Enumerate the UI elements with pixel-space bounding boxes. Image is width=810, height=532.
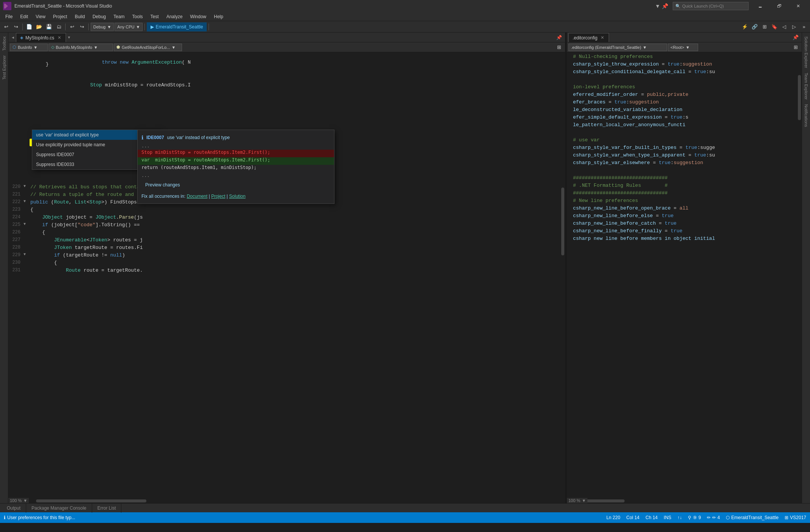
code-editor[interactable]: throw new ArgumentException( N } — [8, 52, 565, 503]
extra-btn5[interactable]: ◁ — [780, 22, 789, 31]
fix-solution-link[interactable]: Solution — [229, 194, 245, 199]
namespace-dropdown[interactable]: ⬡ BusInfo ▼ — [10, 44, 48, 51]
tab-close-button[interactable]: ✕ — [600, 35, 605, 41]
root-nav[interactable]: <Root> ▼ — [668, 44, 698, 51]
left-panel-strip: Toolbox Test Explorer — [0, 33, 8, 503]
save-btn[interactable]: 💾 — [44, 22, 53, 31]
fix-project-link[interactable]: Project — [211, 194, 225, 199]
method-label: GetRouteAndStopForLo... — [122, 45, 170, 50]
extra-btn4[interactable]: 🔖 — [770, 22, 779, 31]
vertical-scrollbar[interactable] — [560, 52, 565, 503]
right-horizontal-scrollbar[interactable] — [567, 499, 797, 503]
menu-view[interactable]: View — [32, 12, 49, 21]
right-vertical-scrollbar[interactable] — [797, 52, 802, 503]
diff-fix-all-row: Fix all occurrences in: Document | Proje… — [138, 191, 334, 200]
right-editor: .editorconfig ✕ 📌 .editorconfig (Emerald… — [567, 33, 802, 503]
rc-line-catch: csharp_new_line_before_catch = true — [571, 221, 794, 228]
preview-changes-link[interactable]: Preview changes — [141, 181, 330, 189]
debug-config-dropdown[interactable]: Debug ▼ — [91, 23, 114, 31]
extra-btn2[interactable]: 🔗 — [750, 22, 759, 31]
git-branch[interactable]: ⚲ ⑨ 9 — [688, 515, 701, 520]
run-button[interactable]: ▶ EmeraldTransit_Seattle — [147, 22, 207, 31]
zoom-level-right[interactable]: 100 % ▼ — [567, 498, 587, 503]
open-btn[interactable]: 📂 — [35, 22, 44, 31]
tuple-name-label: Use explicitly provided tuple name — [36, 142, 105, 147]
platform-dropdown[interactable]: Any CPU ▼ — [115, 23, 143, 31]
filter-icon[interactable]: ▼ — [655, 3, 660, 9]
menu-window[interactable]: Window — [186, 12, 210, 21]
horizontal-scrollbar[interactable] — [8, 499, 560, 503]
rc-line-5: eferred_modifier_order = public,private — [571, 92, 794, 99]
menu-debug[interactable]: Debug — [89, 12, 110, 21]
window-title: EmeraldTransit_Seattle - Microsoft Visua… — [14, 3, 655, 9]
tab-scroll-left[interactable]: ◀ — [10, 33, 16, 42]
status-text: User preferences for this file typ... — [7, 515, 75, 520]
redo-btn[interactable]: ↪ — [77, 22, 86, 31]
diff-header: ℹ IDE0007 use 'var' instead of explicit … — [138, 133, 334, 143]
extra-btn1[interactable]: ⚡ — [740, 22, 749, 31]
extra-btn3[interactable]: ⊞ — [760, 22, 769, 31]
pin-tab-btn-right[interactable]: 📌 — [791, 33, 800, 42]
menu-edit[interactable]: Edit — [16, 12, 32, 21]
pin-icon[interactable]: 📌 — [662, 3, 668, 9]
pin-tab-button[interactable]: 📌 — [554, 33, 564, 42]
class-icon: ◇ — [51, 45, 54, 50]
editorconfig-tab[interactable]: .editorconfig ✕ — [568, 33, 609, 42]
forward-btn[interactable]: ↪ — [11, 22, 20, 31]
package-manager-tab[interactable]: Package Manager Console — [26, 504, 92, 513]
error-list-tab[interactable]: Error List — [92, 504, 122, 513]
right-scroll-thumb[interactable] — [798, 75, 801, 120]
method-dropdown[interactable]: ⬟ GetRouteAndStopForLo... ▼ — [114, 44, 182, 51]
method-icon: ⬟ — [116, 45, 120, 50]
output-tab[interactable]: Output — [2, 504, 26, 513]
diff-return-line: return (routeAndStops.Item1, minDistStop… — [138, 165, 334, 172]
h-scroll-thumb[interactable] — [36, 499, 146, 502]
solution-explorer-tab[interactable]: Solution Explorer — [803, 34, 809, 70]
minimize-button[interactable]: 🗕 — [752, 0, 769, 12]
titlebar-icons: ▼ 📌 — [655, 3, 668, 9]
class-dropdown[interactable]: ◇ BusInfo.MyStopInfo ▼ — [49, 44, 113, 51]
scroll-thumb[interactable] — [561, 188, 564, 255]
menu-tools[interactable]: Tools — [129, 12, 147, 21]
new-file-btn[interactable]: 📄 — [25, 22, 34, 31]
undo-btn[interactable]: ↩ — [68, 22, 77, 31]
save-all-btn[interactable]: 🗂 — [54, 22, 63, 31]
notifications-tab[interactable]: Notifications — [803, 102, 809, 129]
editorconfig-nav[interactable]: .editorconfig (EmeraldTransit_Seattle) ▼ — [568, 44, 667, 51]
tab-scroll-right[interactable]: ▼ — [66, 33, 72, 42]
quick-launch-box[interactable]: 🔍 Quick Launch (Ctrl+Q) — [673, 2, 749, 10]
fix-all-label: Fix all occurrences in: — [141, 194, 185, 199]
close-button[interactable]: ✕ — [790, 0, 807, 12]
right-code-editor[interactable]: # Null-checking preferences csharp_style… — [567, 52, 802, 503]
vs-logo — [3, 2, 11, 10]
restore-button[interactable]: 🗗 — [771, 0, 788, 12]
info-icon: ℹ — [4, 515, 6, 520]
menu-build[interactable]: Build — [71, 12, 89, 21]
mystopinfo-tab[interactable]: ◈ MyStopInfo.cs ✕ — [16, 33, 66, 42]
menu-help[interactable]: Help — [210, 12, 227, 21]
fix-document-link[interactable]: Document — [187, 194, 207, 199]
menu-analyze[interactable]: Analyze — [163, 12, 187, 21]
zoom-level-left[interactable]: 100 % ▼ — [8, 498, 29, 503]
expand-right-btn[interactable]: ⊞ — [791, 43, 800, 52]
sep2 — [65, 23, 66, 30]
lower-line-224: 224 JObject jobject = JObject.Parse(js — [8, 214, 553, 222]
team-explorer-tab[interactable]: Team Explorer — [803, 70, 809, 102]
git-changes[interactable]: ✏ ✏ 4 — [707, 515, 720, 520]
menu-test[interactable]: Test — [147, 12, 163, 21]
test-explorer-tab[interactable]: Test Explorer — [1, 53, 7, 82]
rc-line-finally: csharp_new_line_before_finally = true — [571, 228, 794, 236]
menu-file[interactable]: File — [2, 12, 16, 21]
tab-close-button[interactable]: ✕ — [57, 35, 62, 41]
menu-bar: File Edit View Project Build Debug Team … — [0, 12, 810, 21]
ins-label: INS — [664, 515, 671, 520]
right-panel-strip: Solution Explorer Team Explorer Notifica… — [802, 33, 810, 503]
back-btn[interactable]: ↩ — [2, 22, 11, 31]
extra-btn6[interactable]: ▷ — [790, 22, 799, 31]
menu-team[interactable]: Team — [110, 12, 128, 21]
toolbox-tab[interactable]: Toolbox — [1, 34, 7, 53]
code-diff-popup: ℹ IDE0007 use 'var' instead of explicit … — [137, 130, 334, 204]
more-btn[interactable]: » — [799, 22, 808, 31]
expand-editor-btn[interactable]: ⊞ — [554, 43, 564, 52]
menu-project[interactable]: Project — [49, 12, 71, 21]
